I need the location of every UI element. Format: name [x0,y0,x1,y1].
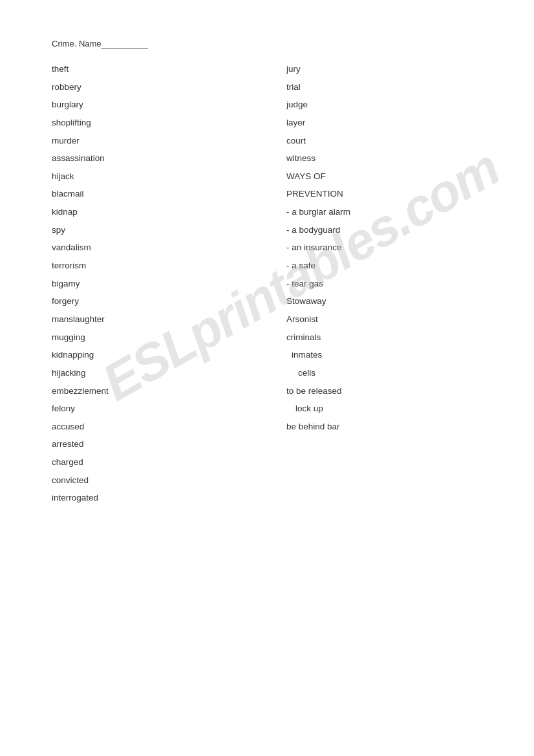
left-word-item: manslaughter [52,310,248,329]
right-word-item: lock up [286,400,482,418]
left-word-item: forgery [52,292,248,310]
right-word-item: - a burglar alarm [286,203,482,221]
right-word-item: court [286,132,482,150]
left-word-item: robbery [52,78,248,96]
left-word-item: burglary [52,96,248,114]
right-word-item: PREVENTION [286,185,482,203]
left-word-item: kidnap [52,203,248,221]
content-area: theftrobberyburglaryshopliftingmurderass… [52,60,482,507]
right-word-item: judge [286,96,482,114]
right-word-item: jury [286,60,482,78]
right-word-item: cells [286,364,482,382]
right-word-item: trial [286,78,482,96]
right-word-item: - a safe [286,257,482,275]
left-word-item: mugging [52,329,248,347]
right-word-item: inmates [286,346,482,364]
right-word-item: Stowaway [286,292,482,310]
page: Crime. Name__________ theftrobberyburgla… [0,0,534,756]
left-word-item: charged [52,453,248,471]
left-word-item: kidnapping [52,346,248,364]
left-word-item: hijack [52,167,248,186]
left-word-item: accused [52,418,248,436]
right-word-item: be behind bar [286,418,482,436]
left-word-item: vandalism [52,239,248,257]
left-word-item: felony [52,400,248,418]
left-word-item: arrested [52,435,248,453]
left-word-item: murder [52,132,248,150]
left-word-item: hijacking [52,364,248,382]
left-word-item: terrorism [52,257,248,275]
right-word-item: - a bodyguard [286,221,482,239]
left-word-item: theft [52,60,248,78]
left-word-item: assassination [52,149,248,167]
right-word-item: - an insurance [286,239,482,257]
left-word-item: spy [52,221,248,239]
header-row: Crime. Name__________ [52,39,482,49]
right-word-item: witness [286,149,482,167]
right-word-item: layer [286,114,482,132]
right-word-item: Arsonist [286,310,482,329]
right-word-item: - tear gas [286,275,482,293]
left-word-item: interrogated [52,489,248,507]
right-column: jurytrialjudgelayercourtwitnessWAYS OFPR… [286,60,482,507]
page-title: Crime. Name__________ [52,39,148,49]
left-word-item: shoplifting [52,114,248,132]
right-word-item: WAYS OF [286,167,482,186]
left-word-item: embezzlement [52,382,248,400]
left-word-item: bigamy [52,275,248,293]
right-word-item: to be released [286,382,482,400]
right-word-item: criminals [286,329,482,347]
left-column: theftrobberyburglaryshopliftingmurderass… [52,60,248,507]
left-word-item: convicted [52,471,248,490]
left-word-item: blacmail [52,185,248,203]
